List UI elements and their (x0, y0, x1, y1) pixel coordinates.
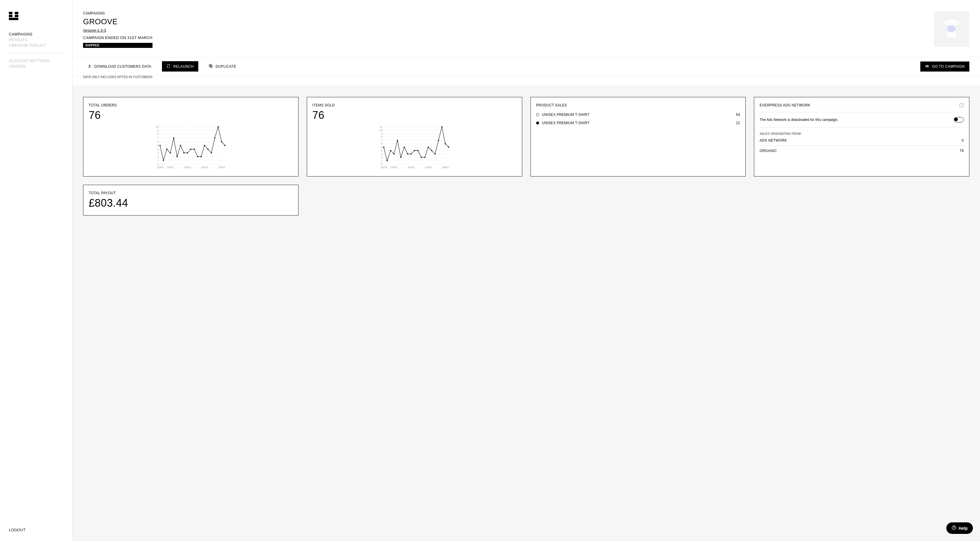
svg-point-89 (400, 157, 401, 158)
product-name: UNISEX PREMIUM T-SHIRT (542, 113, 733, 117)
ads-stat-name: ADS NETWORK (759, 138, 787, 143)
svg-point-98 (431, 150, 432, 151)
product-row: UNISEX PREMIUM T-SHIRT22 (536, 121, 740, 125)
svg-point-47 (200, 156, 202, 157)
ads-stat-name: ORGANIC (759, 149, 777, 153)
svg-point-50 (211, 152, 212, 153)
nav-payouts[interactable]: PAYOUTS (9, 38, 63, 42)
svg-text:25/03: 25/03 (425, 166, 431, 169)
disclaimer-text: DATA ONLY INCLUDES OPTED-IN CUSTOMERS (72, 75, 980, 85)
svg-point-95 (420, 157, 422, 158)
svg-text:9: 9 (381, 132, 382, 135)
relaunch-label: RELAUNCH (173, 64, 194, 68)
nav-creator-toolkit[interactable]: CREATOR TOOLKIT (9, 43, 63, 48)
go-to-campaign-button[interactable]: GO TO CAMPAIGN (920, 62, 969, 72)
go-to-campaign-label: GO TO CAMPAIGN (932, 64, 965, 68)
svg-point-86 (390, 150, 391, 151)
svg-text:5: 5 (381, 146, 382, 149)
total-orders-chart: 01234567891012/0315/0320/0325/0330/03 (89, 125, 293, 169)
ads-stat-value: 0 (962, 138, 964, 143)
duplicate-icon (209, 64, 213, 68)
svg-text:30/03: 30/03 (442, 166, 449, 169)
items-sold-label: ITEMS SOLD (312, 103, 517, 107)
svg-point-36 (163, 160, 164, 161)
total-payout-value: £803.44 (89, 197, 293, 209)
svg-text:9: 9 (157, 129, 159, 132)
svg-point-39 (173, 137, 174, 138)
campaign-slug-link[interactable]: /groove-1-3-3 (83, 28, 153, 32)
page-header: CAMPAIGNS GROOVE /groove-1-3-3 CAMPAIGN … (72, 0, 980, 57)
download-icon (88, 64, 91, 68)
ads-network-toggle[interactable] (954, 117, 964, 123)
color-swatch (536, 113, 539, 116)
ads-sub-label: SALES ORIGINATING FROM: (759, 132, 964, 135)
product-count: 22 (736, 121, 740, 125)
primary-nav: CAMPAIGNS PAYOUTS CREATOR TOOLKIT ACCOUN… (9, 32, 63, 68)
svg-point-37 (166, 149, 167, 150)
svg-point-52 (218, 126, 219, 127)
main-content: CAMPAIGNS GROOVE /groove-1-3-3 CAMPAIGN … (72, 0, 980, 541)
nav-campaigns[interactable]: CAMPAIGNS (9, 32, 63, 37)
svg-point-91 (407, 153, 408, 154)
svg-point-41 (180, 145, 181, 146)
download-customers-button[interactable]: DOWNLOAD CUSTOMERS DATA (83, 61, 156, 72)
svg-text:12/03: 12/03 (157, 166, 164, 169)
total-orders-card: TOTAL ORDERS 76 01234567891012/0315/0320… (83, 97, 299, 177)
svg-point-90 (404, 146, 405, 148)
svg-text:0: 0 (381, 162, 382, 165)
svg-point-45 (194, 149, 195, 150)
svg-text:8: 8 (157, 133, 159, 136)
svg-text:3: 3 (157, 151, 159, 154)
svg-text:7: 7 (381, 139, 382, 142)
campaign-status-text: CAMPAIGN ENDED ON 31ST MARCH (83, 35, 153, 40)
svg-text:20/03: 20/03 (407, 166, 414, 169)
svg-point-87 (393, 153, 395, 154)
svg-text:5: 5 (157, 144, 159, 147)
svg-text:10: 10 (156, 125, 159, 128)
product-thumbnail[interactable] (934, 11, 969, 47)
svg-text:2: 2 (381, 156, 382, 159)
product-count: 54 (736, 113, 740, 117)
svg-point-35 (159, 145, 161, 146)
svg-text:7: 7 (157, 137, 159, 140)
svg-text:10: 10 (379, 129, 382, 132)
total-payout-card: TOTAL PAYOUT £803.44 (83, 185, 299, 215)
svg-text:2: 2 (157, 155, 159, 158)
svg-text:20/03: 20/03 (184, 166, 191, 169)
svg-point-40 (177, 156, 178, 157)
svg-point-100 (438, 140, 439, 141)
color-swatch (536, 121, 539, 124)
svg-text:11: 11 (379, 125, 382, 128)
ads-stat-row: ADS NETWORK0 (759, 135, 964, 145)
breadcrumb[interactable]: CAMPAIGNS (83, 11, 153, 15)
nav-orders[interactable]: ORDERS (9, 64, 63, 68)
nav-divider (9, 53, 63, 53)
svg-rect-2 (9, 18, 18, 20)
svg-point-92 (410, 153, 412, 154)
svg-point-84 (383, 146, 384, 148)
logo (9, 12, 18, 20)
svg-point-48 (204, 145, 205, 146)
nav-account-settings[interactable]: ACCOUNT SETTINGS (9, 59, 63, 63)
page-title: GROOVE (83, 17, 153, 26)
svg-point-53 (221, 141, 222, 142)
relaunch-button[interactable]: RELAUNCH (162, 61, 198, 72)
eye-icon (925, 64, 929, 68)
ads-network-card: EVERPRESS ADS NETWORK ? The Ads Network … (754, 97, 969, 177)
help-icon[interactable]: ? (959, 103, 964, 107)
svg-text:12/03: 12/03 (380, 166, 387, 169)
duplicate-button[interactable]: DUPLICATE (204, 61, 241, 72)
product-name: UNISEX PREMIUM T-SHIRT (542, 121, 733, 125)
svg-point-103 (448, 146, 449, 148)
svg-point-96 (424, 157, 425, 158)
svg-rect-1 (9, 15, 13, 17)
svg-point-94 (417, 150, 418, 151)
svg-point-51 (214, 137, 215, 138)
svg-point-7 (926, 66, 928, 67)
logout-button[interactable]: LOGOUT (9, 528, 63, 532)
help-fab[interactable]: Help (946, 522, 973, 534)
product-row: UNISEX PREMIUM T-SHIRT54 (536, 113, 740, 117)
items-sold-card: ITEMS SOLD 76 0123456789101112/0315/0320… (307, 97, 522, 177)
svg-point-43 (187, 152, 188, 153)
svg-text:25/03: 25/03 (201, 166, 208, 169)
